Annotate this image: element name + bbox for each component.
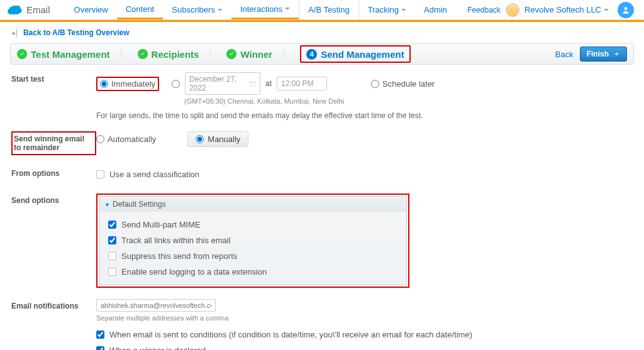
nav-right: Feedback Revolve Softech LLC bbox=[467, 2, 639, 18]
radio-manually-input[interactable] bbox=[196, 135, 204, 143]
check-icon bbox=[17, 49, 27, 59]
steps-bar: Test Management 〉 Recipients 〉 Winner 〉 … bbox=[10, 43, 634, 65]
label-start-test: Start test bbox=[11, 72, 96, 84]
checkbox-icon bbox=[96, 170, 104, 178]
nav-items: Overview Content Subscribers Interaction… bbox=[65, 0, 468, 19]
nav-content[interactable]: Content bbox=[117, 0, 164, 19]
check-icon bbox=[226, 49, 236, 59]
step-separator: 〉 bbox=[119, 48, 129, 61]
step-send-management[interactable]: 4 Send Management bbox=[306, 49, 404, 60]
svg-rect-1 bbox=[250, 82, 255, 86]
radio-scheduled-input[interactable] bbox=[172, 80, 180, 88]
step-number-icon: 4 bbox=[306, 49, 317, 60]
step-recipients[interactable]: Recipients bbox=[138, 49, 199, 60]
checkbox-icon bbox=[108, 252, 116, 260]
form-area: Start test Immediately December 27, 2022… bbox=[0, 65, 644, 350]
radio-immediately-input[interactable] bbox=[100, 80, 108, 88]
checkbox-send-classification[interactable]: Use a send classification bbox=[96, 167, 633, 182]
step-separator: 〉 bbox=[208, 48, 218, 61]
highlight-box: 4 Send Management bbox=[300, 45, 411, 63]
row-email-notifications: Email notifications Separate multiple ad… bbox=[11, 299, 633, 350]
chevron-down-icon bbox=[218, 9, 223, 11]
svg-point-0 bbox=[625, 7, 628, 10]
radio-scheduled[interactable]: December 27, 2022 at bbox=[172, 72, 327, 95]
back-to-overview-link[interactable]: Back to A/B Testing Overview bbox=[23, 28, 130, 37]
steps-actions: Back Finish bbox=[555, 46, 627, 62]
date-input[interactable]: December 27, 2022 bbox=[185, 72, 260, 95]
label-from-options: From options bbox=[11, 167, 96, 178]
radio-schedule-later[interactable]: Schedule later bbox=[371, 79, 435, 89]
radio-immediately[interactable]: Immediately bbox=[100, 79, 155, 89]
checkbox-send-logging[interactable]: Enable send logging to a data extension bbox=[108, 264, 397, 280]
feedback-link[interactable]: Feedback bbox=[467, 6, 501, 14]
row-send-options: Send options ▾ Default Settings Send Mul… bbox=[11, 194, 633, 288]
radio-automatically-input[interactable] bbox=[96, 135, 104, 143]
back-button[interactable]: Back bbox=[555, 50, 574, 59]
nav-tracking[interactable]: Tracking bbox=[359, 0, 415, 19]
highlight-box: ▾ Default Settings Send Multi-part MIME … bbox=[96, 194, 409, 288]
row-start-test: Start test Immediately December 27, 2022… bbox=[11, 72, 633, 120]
nav-admin[interactable]: Admin bbox=[415, 0, 456, 19]
check-icon bbox=[138, 49, 148, 59]
checkbox-icon bbox=[108, 268, 116, 276]
radio-manually[interactable]: Manually bbox=[187, 131, 248, 147]
label-send-winning: Send winning email to remainder bbox=[14, 134, 91, 152]
avatar-icon[interactable] bbox=[506, 3, 519, 17]
checkbox-suppress-reports[interactable]: Suppress this send from reports bbox=[108, 248, 397, 264]
company-dropdown[interactable]: Revolve Softech LLC bbox=[525, 5, 609, 14]
highlight-box: Send winning email to remainder bbox=[11, 131, 96, 155]
finish-button[interactable]: Finish bbox=[580, 46, 627, 62]
arrow-right-icon bbox=[613, 51, 620, 57]
step-winner[interactable]: Winner bbox=[226, 49, 272, 60]
back-link-row: ◂│ Back to A/B Testing Overview bbox=[0, 22, 644, 43]
radio-automatically[interactable]: Automatically bbox=[96, 134, 156, 144]
checkbox-track-links[interactable]: Track all links within this email bbox=[108, 232, 397, 248]
start-test-note: For large sends, the time to split and s… bbox=[96, 111, 633, 120]
salesforce-cloud-icon bbox=[5, 4, 23, 16]
checkbox-notif-sent-conditions[interactable]: When email is sent to conditions (if con… bbox=[96, 327, 633, 342]
checkbox-notif-winner[interactable]: When a winner is declared bbox=[96, 342, 633, 350]
label-send-options: Send options bbox=[11, 194, 96, 205]
notif-subnote: Separate multiple addresses with a comma bbox=[96, 314, 633, 322]
row-send-winning: Send winning email to remainder Automati… bbox=[11, 131, 633, 155]
chevron-down-icon bbox=[604, 9, 609, 11]
send-options-panel: ▾ Default Settings Send Multi-part MIME … bbox=[99, 196, 407, 285]
checkbox-multipart-mime[interactable]: Send Multi-part MIME bbox=[108, 217, 397, 232]
step-test-management[interactable]: Test Management bbox=[17, 49, 110, 60]
nav-interactions[interactable]: Interactions bbox=[231, 0, 299, 19]
timezone-text: (GMT+05:30) Chennai, Kolkata, Mumbai, Ne… bbox=[184, 97, 633, 105]
app-name: Email bbox=[26, 4, 50, 15]
chevron-down-icon bbox=[285, 8, 290, 10]
back-caret-icon: ◂│ bbox=[11, 29, 19, 37]
radio-schedule-later-input[interactable] bbox=[371, 80, 379, 88]
nav-ab-testing[interactable]: A/B Testing bbox=[299, 0, 359, 19]
top-nav: Email Overview Content Subscribers Inter… bbox=[0, 0, 644, 20]
caret-down-icon: ▾ bbox=[106, 201, 109, 208]
calendar-icon bbox=[249, 80, 256, 87]
highlight-box: Immediately bbox=[96, 77, 159, 91]
user-profile-icon[interactable] bbox=[618, 2, 634, 18]
panel-header[interactable]: ▾ Default Settings bbox=[99, 197, 406, 212]
row-from-options: From options Use a send classification bbox=[11, 167, 633, 182]
label-email-notifications: Email notifications bbox=[11, 299, 96, 310]
nav-subscribers[interactable]: Subscribers bbox=[163, 0, 231, 19]
nav-overview[interactable]: Overview bbox=[65, 0, 117, 19]
chevron-down-icon bbox=[401, 9, 406, 11]
panel-body: Send Multi-part MIME Track all links wit… bbox=[99, 212, 406, 285]
step-separator: 〉 bbox=[281, 48, 291, 61]
email-notifications-input[interactable] bbox=[96, 299, 216, 312]
time-input[interactable] bbox=[277, 77, 327, 90]
